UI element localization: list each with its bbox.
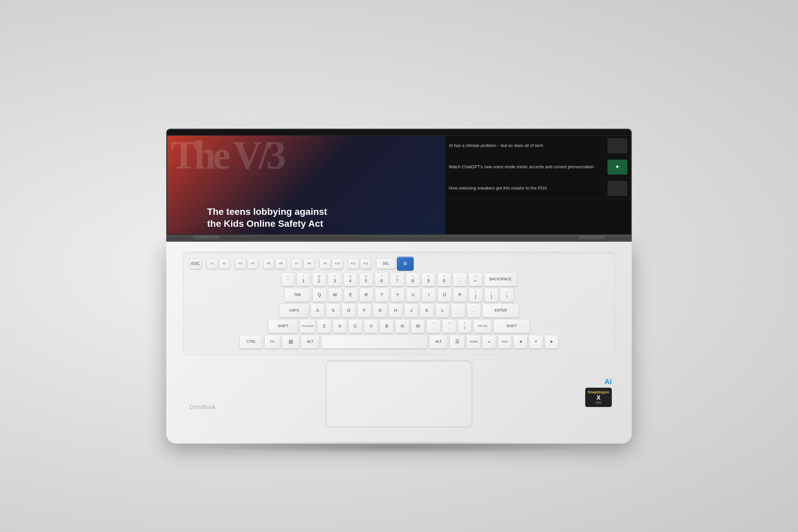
key-v[interactable]: V xyxy=(364,319,378,333)
key-minus[interactable]: _ - xyxy=(453,272,467,286)
key-x[interactable]: X xyxy=(333,319,347,333)
key-0[interactable]: ) 0 xyxy=(437,272,451,286)
key-f2[interactable]: F2 xyxy=(219,258,230,269)
key-rbracket[interactable]: } ] xyxy=(484,288,498,302)
key-alt-right[interactable]: ALT xyxy=(429,335,448,349)
key-m[interactable]: M xyxy=(411,319,425,333)
qwerty-key-row: TAB Q W E R T Y U I O P { [ } ] xyxy=(190,288,608,302)
key-backtick[interactable]: ~ ` xyxy=(281,272,295,286)
touchpad[interactable] xyxy=(326,360,472,427)
key-esc[interactable]: ESC xyxy=(190,258,202,269)
key-f10[interactable]: F10 xyxy=(332,258,343,269)
key-d[interactable]: D xyxy=(342,304,356,318)
key-period[interactable]: > . xyxy=(442,319,456,333)
key-quote[interactable]: " ' xyxy=(467,304,481,318)
bottom-key-row: CTRL FN ⊞ ALT ALT ☰ HOME ▲ END ◀ ▼ ▶ xyxy=(190,335,608,349)
snapdragon-title: Snapdragon xyxy=(588,390,609,395)
key-8[interactable]: * 8 xyxy=(406,272,420,286)
hinge-left xyxy=(193,236,220,241)
shift-key-row: SHIFT FN LOCK Z X C V B N M < , > . ? xyxy=(190,319,608,333)
key-7[interactable]: & 7 xyxy=(391,272,404,286)
key-right[interactable]: ▶ xyxy=(545,335,558,349)
key-u[interactable]: U xyxy=(406,288,420,302)
key-semicolon[interactable]: : ; xyxy=(451,304,465,318)
key-q[interactable]: Q xyxy=(312,288,326,302)
key-z[interactable]: Z xyxy=(317,319,331,333)
key-alt-left[interactable]: ALT xyxy=(301,335,320,349)
key-f9[interactable]: F9 xyxy=(320,258,331,269)
key-prtsc[interactable]: PRT SC xyxy=(474,319,492,333)
key-h[interactable]: H xyxy=(389,304,403,318)
key-tab[interactable]: TAB xyxy=(284,288,311,302)
key-c[interactable]: C xyxy=(348,319,362,333)
key-4[interactable]: $ 4 xyxy=(343,272,358,286)
key-left[interactable]: ◀ xyxy=(513,335,527,349)
key-power[interactable]: ⏻ xyxy=(397,257,414,271)
key-equals[interactable]: + = xyxy=(469,272,482,286)
key-fn-lock[interactable]: FN LOCK xyxy=(300,319,316,333)
news-item-3: How unboxing sneakers got this creator t… xyxy=(445,178,631,199)
key-pgup[interactable]: ▲ xyxy=(482,335,496,349)
key-r[interactable]: R xyxy=(359,288,374,302)
key-t[interactable]: T xyxy=(375,288,389,302)
key-1[interactable]: ! 1 xyxy=(297,272,310,286)
key-w[interactable]: W xyxy=(328,288,342,302)
snapdragon-badge: Snapdragon X Elite xyxy=(585,388,612,407)
keyboard-deck: ESC F1 F2 F3 F4 F5 F6 F7 F8 F9 F10 F11 F… xyxy=(166,242,632,443)
key-f[interactable]: F xyxy=(358,304,372,318)
key-3[interactable]: # 3 xyxy=(328,272,342,286)
key-n[interactable]: N xyxy=(395,319,409,333)
key-home[interactable]: HOME xyxy=(467,335,480,349)
key-a[interactable]: A xyxy=(310,304,324,318)
key-b[interactable]: B xyxy=(380,319,394,333)
caps-key-row: CAPS A S D F G H J K L : ; " ' ENTER xyxy=(190,304,608,318)
key-g[interactable]: G xyxy=(373,304,387,318)
key-5[interactable]: % 5 xyxy=(359,272,373,286)
key-i[interactable]: I xyxy=(422,288,436,302)
key-backspace[interactable]: BACKSPACE xyxy=(484,272,517,286)
key-shift-right[interactable]: SHIFT xyxy=(493,319,530,333)
key-f1[interactable]: F1 xyxy=(207,258,218,269)
laptop-screen: The V/3 The teens lobbying against the K… xyxy=(166,129,632,235)
key-k[interactable]: K xyxy=(420,304,434,318)
news-text-2: Watch ChatGPT's new voice mode mimic acc… xyxy=(449,164,605,170)
key-e[interactable]: E xyxy=(344,288,358,302)
key-j[interactable]: J xyxy=(404,304,418,318)
key-win[interactable]: ⊞ xyxy=(282,335,299,349)
badge-area: Ai Snapdragon X Elite xyxy=(585,377,612,407)
key-backslash[interactable]: | \ xyxy=(500,288,514,302)
key-shift-left[interactable]: SHIFT xyxy=(268,319,298,333)
key-f12[interactable]: F12 xyxy=(360,258,372,269)
screen-left-panel: The V/3 The teens lobbying against the K… xyxy=(167,136,445,235)
key-f3[interactable]: F3 xyxy=(235,258,246,269)
key-end[interactable]: END xyxy=(498,335,512,349)
news-item-1: AI has a climate problem – but so does a… xyxy=(445,136,631,156)
key-f6[interactable]: F6 xyxy=(275,258,287,269)
key-f11[interactable]: F11 xyxy=(348,258,359,269)
key-p[interactable]: P xyxy=(453,288,467,302)
key-f7[interactable]: F7 xyxy=(291,258,303,269)
key-y[interactable]: Y xyxy=(391,288,405,302)
laptop: The V/3 The teens lobbying against the K… xyxy=(166,129,632,443)
key-9[interactable]: ( 9 xyxy=(422,272,436,286)
key-f5[interactable]: F5 xyxy=(263,258,274,269)
key-ctrl[interactable]: CTRL xyxy=(240,335,263,349)
key-l[interactable]: L xyxy=(436,304,450,318)
key-6[interactable]: ^ 6 xyxy=(375,272,389,286)
key-comma[interactable]: < , xyxy=(426,319,440,333)
screen-chrome-bar xyxy=(167,130,631,136)
key-menu[interactable]: ☰ xyxy=(450,335,465,349)
key-enter[interactable]: ENTER xyxy=(482,304,519,318)
key-s[interactable]: S xyxy=(326,304,340,318)
key-del[interactable]: DEL xyxy=(376,258,396,269)
key-o[interactable]: O xyxy=(438,288,452,302)
key-caps-lock[interactable]: CAPS xyxy=(279,304,309,318)
key-slash[interactable]: ? / xyxy=(458,319,472,333)
key-fn[interactable]: FN xyxy=(264,335,280,349)
key-2[interactable]: @ 2 xyxy=(312,272,326,286)
key-f8[interactable]: F8 xyxy=(304,258,315,269)
key-f4[interactable]: F4 xyxy=(247,258,258,269)
key-lbracket[interactable]: { [ xyxy=(469,288,483,302)
key-space[interactable] xyxy=(321,335,428,349)
key-pgdn[interactable]: ▼ xyxy=(529,335,543,349)
